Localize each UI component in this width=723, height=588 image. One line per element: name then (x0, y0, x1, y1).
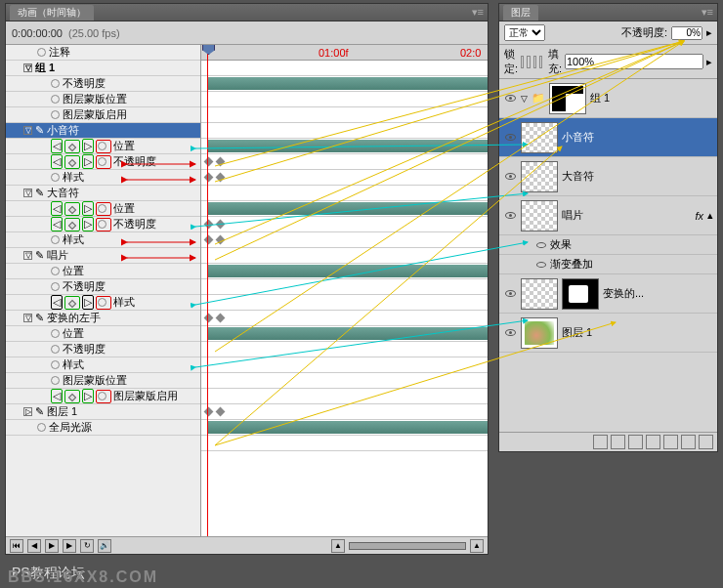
timeline-row[interactable]: ▷✎图层 1 (6, 404, 200, 420)
twist-icon[interactable]: ▽ (23, 63, 32, 72)
layer-mask-icon[interactable] (628, 435, 643, 449)
keyframe-diamond-icon[interactable] (64, 155, 80, 169)
zoom-in-button[interactable]: ▲ (470, 539, 484, 553)
timeline-row[interactable]: ▽✎变换的左手 (6, 311, 200, 326)
prev-keyframe-icon[interactable]: ◁ (51, 139, 63, 153)
twist-icon[interactable]: ▽ (23, 189, 32, 197)
track-row[interactable] (201, 342, 488, 357)
track-row[interactable] (201, 436, 488, 451)
clip-bar[interactable] (207, 327, 488, 340)
stopwatch-icon[interactable] (98, 157, 106, 166)
timeline-row[interactable]: ◁▷位置 (6, 201, 200, 217)
timeline-row[interactable]: 样式 (6, 357, 200, 373)
track-row[interactable] (201, 92, 488, 107)
stopwatch-icon[interactable] (51, 360, 60, 369)
prev-keyframe-icon[interactable]: ◁ (51, 201, 63, 216)
twist-icon[interactable]: ▽ (23, 314, 32, 322)
keyframe-icon[interactable] (204, 314, 214, 323)
zoom-slider[interactable] (349, 542, 466, 550)
clip-bar[interactable] (207, 77, 488, 90)
prev-frame-button[interactable]: ◀ (27, 539, 41, 553)
eye-icon[interactable] (536, 262, 546, 268)
stopwatch-box[interactable] (96, 296, 111, 310)
visibility-toggle[interactable] (503, 170, 517, 184)
eye-icon[interactable] (536, 242, 546, 248)
timeline-row[interactable]: ◁▷图层蒙版启用 (6, 389, 200, 404)
timeline-tab[interactable]: 动画（时间轴） (10, 5, 94, 21)
next-keyframe-icon[interactable]: ▷ (82, 389, 94, 403)
play-button[interactable]: ▶ (45, 539, 59, 553)
stopwatch-icon[interactable] (98, 392, 106, 400)
layer-thumbnail[interactable] (521, 317, 558, 349)
stopwatch-box[interactable] (96, 155, 111, 169)
keyframe-icon[interactable] (216, 220, 226, 230)
stopwatch-icon[interactable] (51, 173, 60, 182)
timeline-row[interactable]: ▽组 1 (6, 61, 200, 76)
fx-twist-icon[interactable]: ▴ (707, 209, 713, 222)
track-row[interactable] (201, 61, 488, 76)
stopwatch-icon[interactable] (51, 110, 60, 119)
prev-keyframe-icon[interactable]: ◁ (51, 389, 63, 403)
visibility-toggle[interactable] (503, 326, 517, 340)
timeline-row[interactable]: ▽✎大音符 (6, 186, 200, 201)
timeline-row[interactable]: 样式 (6, 170, 200, 186)
loop-button[interactable]: ↻ (80, 539, 94, 553)
twist-icon[interactable]: ▽ (521, 94, 528, 104)
layer-thumbnail[interactable] (521, 161, 558, 192)
track-row[interactable] (201, 404, 488, 420)
next-keyframe-icon[interactable]: ▷ (82, 295, 94, 310)
panel-menu-icon[interactable]: ▾≡ (472, 6, 484, 19)
clip-bar[interactable] (207, 202, 488, 215)
timeline-row[interactable]: 位置 (6, 264, 200, 279)
layer-item[interactable]: ▽📁组 1 (499, 79, 717, 118)
timeline-row[interactable]: 不透明度 (6, 342, 200, 357)
stopwatch-icon[interactable] (51, 79, 60, 88)
timeline-row[interactable]: 全局光源 (6, 420, 200, 436)
keyframe-icon[interactable] (216, 157, 226, 167)
timeline-row[interactable]: 位置 (6, 326, 200, 342)
keyframe-diamond-icon[interactable] (64, 390, 80, 403)
stopwatch-icon[interactable] (51, 267, 60, 275)
keyframe-icon[interactable] (204, 220, 214, 230)
stopwatch-icon[interactable] (98, 204, 106, 213)
stopwatch-box[interactable] (96, 390, 111, 403)
fx-badge[interactable]: fx (695, 210, 703, 222)
track-row[interactable] (201, 154, 488, 170)
track-row[interactable] (201, 279, 488, 295)
track-row[interactable] (201, 186, 488, 201)
visibility-toggle[interactable] (503, 131, 517, 145)
prev-keyframe-icon[interactable]: ◁ (51, 217, 63, 231)
prev-keyframe-icon[interactable]: ◁ (51, 295, 63, 310)
layers-menu-icon[interactable]: ▾≡ (702, 6, 713, 19)
track-row[interactable] (201, 139, 488, 154)
stopwatch-icon[interactable] (37, 423, 46, 432)
track-row[interactable] (201, 311, 488, 326)
track-row[interactable] (201, 357, 488, 373)
keyframe-icon[interactable] (216, 235, 226, 245)
new-layer-icon[interactable] (681, 435, 696, 449)
link-layers-icon[interactable] (593, 435, 608, 449)
next-keyframe-icon[interactable]: ▷ (82, 154, 94, 169)
visibility-toggle[interactable] (503, 287, 517, 301)
track-row[interactable] (201, 170, 488, 186)
stopwatch-icon[interactable] (37, 48, 46, 57)
lock-all-icon[interactable] (539, 56, 542, 68)
time-ruler[interactable]: 01:00f 02:0 (201, 45, 488, 61)
keyframe-icon[interactable] (216, 173, 226, 183)
layer-thumbnail[interactable] (521, 200, 558, 231)
twist-icon[interactable]: ▽ (23, 126, 32, 135)
effects-header[interactable]: 效果 (499, 235, 717, 255)
zoom-out-button[interactable]: ▲ (331, 539, 345, 553)
track-row[interactable] (201, 264, 488, 279)
keyframe-icon[interactable] (216, 314, 226, 323)
group-icon[interactable] (663, 435, 678, 449)
layer-thumbnail[interactable] (549, 83, 586, 114)
layer-fx-icon[interactable] (611, 435, 625, 449)
keyframe-diamond-icon[interactable] (64, 218, 80, 231)
timeline-row[interactable]: 图层蒙版启用 (6, 107, 200, 123)
track-row[interactable] (201, 201, 488, 217)
twist-icon[interactable]: ▽ (23, 251, 32, 260)
fill-input[interactable] (565, 54, 703, 69)
opacity-input[interactable] (671, 26, 702, 40)
track-row[interactable] (201, 389, 488, 404)
